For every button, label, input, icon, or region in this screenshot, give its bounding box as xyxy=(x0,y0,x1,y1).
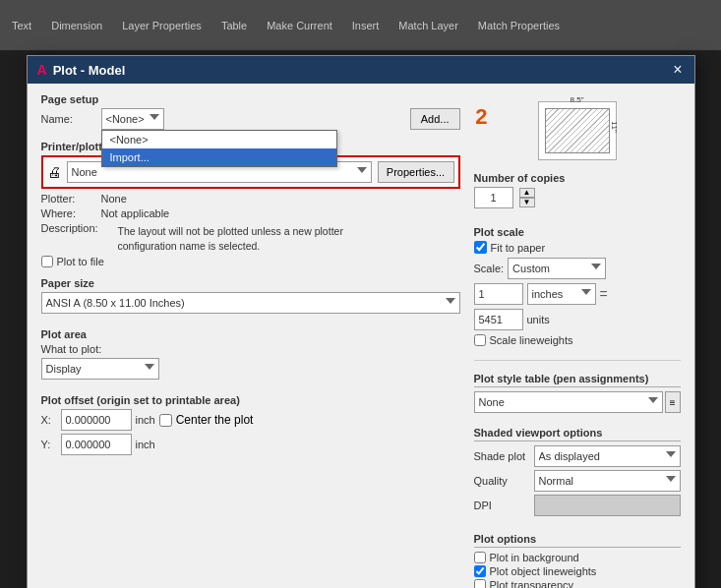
properties-button[interactable]: Properties... xyxy=(378,161,454,183)
dialog-body: Page setup Name: <None> <None> Import... xyxy=(28,84,694,588)
what-to-plot-label: What to plot: xyxy=(41,343,120,355)
toolbar-tab-match-layer[interactable]: Match Layer xyxy=(394,18,462,33)
dpi-row: DPI xyxy=(474,495,681,516)
page-setup-dropdown-wrapper: <None> <None> Import... xyxy=(101,108,404,130)
plot-to-file-label: Plot to file xyxy=(57,256,104,267)
paper-size-label: Paper size xyxy=(41,277,460,289)
plotter-value: None xyxy=(101,193,127,205)
scale-row: Scale: Custom xyxy=(474,258,681,279)
plot-scale-section: Plot scale Fit to paper Scale: Custom xyxy=(474,226,681,348)
fit-to-paper-label: Fit to paper xyxy=(491,242,546,254)
what-to-plot-select[interactable]: Display xyxy=(41,358,159,380)
page-setup-section: Page setup Name: <None> <None> Import... xyxy=(41,93,460,133)
toolbar-tab-dimension[interactable]: Dimension xyxy=(47,18,106,33)
plot-to-file-checkbox[interactable] xyxy=(41,256,53,267)
plot-lineweights-checkbox[interactable] xyxy=(474,565,486,577)
plot-dialog: A Plot - Model × Page setup Name: <None> xyxy=(27,55,695,588)
add-button[interactable]: Add... xyxy=(410,108,460,130)
page-setup-name-select[interactable]: <None> xyxy=(101,108,164,130)
printer-icon: 🖨 xyxy=(47,164,61,180)
fit-to-paper-checkbox[interactable] xyxy=(474,241,487,254)
paper-inner xyxy=(545,108,610,153)
plot-background-label: Plot in background xyxy=(490,552,579,563)
scale-units-select[interactable]: inches xyxy=(527,283,596,305)
fit-to-paper-row: Fit to paper xyxy=(474,241,681,254)
copies-up-button[interactable]: ▲ xyxy=(519,188,535,198)
plot-background-checkbox[interactable] xyxy=(474,552,486,563)
scale-select[interactable]: Custom xyxy=(508,258,606,279)
plot-options-title: Plot options xyxy=(474,533,681,548)
plotter-label: Plotter: xyxy=(41,193,95,205)
plot-transparency-checkbox[interactable] xyxy=(474,579,486,588)
paper-outer xyxy=(538,101,617,160)
toolbar-tab-table[interactable]: Table xyxy=(217,18,251,33)
quality-label: Quality xyxy=(474,475,528,487)
copies-label: Number of copies xyxy=(474,172,681,184)
right-column: 8.5" 11" Number of copies ▲ ▼ xyxy=(474,93,681,588)
shaded-viewport-title: Shaded viewport options xyxy=(474,427,681,441)
where-value: Not applicable xyxy=(101,207,170,219)
page-setup-label: Page setup xyxy=(41,93,460,105)
page-setup-name-row: Name: <None> <None> Import... Add... xyxy=(41,108,460,130)
dialog-titlebar: A Plot - Model × xyxy=(28,56,694,84)
center-plot-checkbox[interactable] xyxy=(159,414,172,427)
unit-value-input[interactable] xyxy=(474,309,523,330)
y-label: Y: xyxy=(41,439,57,450)
scale-num-input[interactable] xyxy=(474,283,523,305)
dpi-input xyxy=(534,495,681,516)
toolbar-tab-text[interactable]: Text xyxy=(8,18,35,33)
plot-transparency-label: Plot transparency xyxy=(490,579,574,588)
shade-plot-select[interactable]: As displayed xyxy=(534,445,681,467)
scale-lineweights-row: Scale lineweights xyxy=(474,334,681,346)
toolbar-tab-make-current[interactable]: Make Current xyxy=(263,18,336,33)
toolbar-tab-match-properties[interactable]: Match Properties xyxy=(474,18,564,33)
toolbar: Text Dimension Layer Properties Table Ma… xyxy=(0,0,721,51)
page-setup-dropdown-popup: <None> Import... xyxy=(101,130,337,167)
quality-row: Quality Normal xyxy=(474,470,681,492)
dialog-title: Plot - Model xyxy=(53,63,126,78)
toolbar-tab-insert[interactable]: Insert xyxy=(348,18,384,33)
autocad-icon: A xyxy=(37,62,47,78)
equals-sign: = xyxy=(600,286,608,302)
plot-style-select[interactable]: None xyxy=(474,391,663,413)
offset-x-row: X: inch Center the plot xyxy=(41,409,460,431)
plot-option-background: Plot in background xyxy=(474,552,681,563)
quality-select[interactable]: Normal xyxy=(534,470,681,492)
shade-plot-row: Shade plot As displayed xyxy=(474,445,681,467)
plot-style-edit-button[interactable]: ≡ xyxy=(665,391,681,413)
where-row: Where: Not applicable xyxy=(41,207,460,219)
step-number-badge: 2 xyxy=(475,104,487,130)
dropdown-item-none[interactable]: <None> xyxy=(102,131,336,148)
close-button[interactable]: × xyxy=(671,62,684,78)
paper-preview: 8.5" 11" xyxy=(538,93,617,160)
plot-style-select-row: None ≡ xyxy=(474,391,681,413)
paper-size-section: Paper size ANSI A (8.50 x 11.00 Inches) xyxy=(41,277,460,317)
plot-option-lineweights: Plot object lineweights xyxy=(474,565,681,577)
copies-spinner: ▲ ▼ xyxy=(519,188,535,207)
description-row: Description: The layout will not be plot… xyxy=(41,222,460,253)
paper-height-label: 11" xyxy=(610,121,619,133)
scale-lineweights-checkbox[interactable] xyxy=(474,334,486,346)
dialog-title-area: A Plot - Model xyxy=(37,62,126,78)
what-to-plot-row: What to plot: xyxy=(41,343,460,355)
paper-size-select[interactable]: ANSI A (8.50 x 11.00 Inches) xyxy=(41,292,460,314)
description-label: Description: xyxy=(41,222,112,234)
dropdown-item-import[interactable]: Import... xyxy=(102,148,336,166)
copies-down-button[interactable]: ▼ xyxy=(519,198,535,207)
plotter-row: Plotter: None xyxy=(41,193,460,205)
paper-preview-container: 8.5" 11" xyxy=(474,93,681,160)
plot-area-label: Plot area xyxy=(41,328,460,340)
toolbar-tabs: Text Dimension Layer Properties Table Ma… xyxy=(8,18,564,33)
shade-plot-label: Shade plot xyxy=(474,450,528,462)
dialog-overlay: A Plot - Model × Page setup Name: <None> xyxy=(0,51,721,588)
scale-label: Scale: xyxy=(474,263,505,274)
x-input[interactable] xyxy=(61,409,132,431)
units-label: units xyxy=(527,314,550,325)
toolbar-tab-layer[interactable]: Layer Properties xyxy=(118,18,206,33)
copies-input[interactable] xyxy=(474,187,513,208)
y-input[interactable] xyxy=(61,434,132,455)
what-to-plot-select-row: Display xyxy=(41,358,460,380)
dpi-label: DPI xyxy=(474,500,528,511)
shaded-viewport-section: Shaded viewport options Shade plot As di… xyxy=(474,427,681,519)
plot-area-section: Plot area What to plot: Display xyxy=(41,328,460,382)
